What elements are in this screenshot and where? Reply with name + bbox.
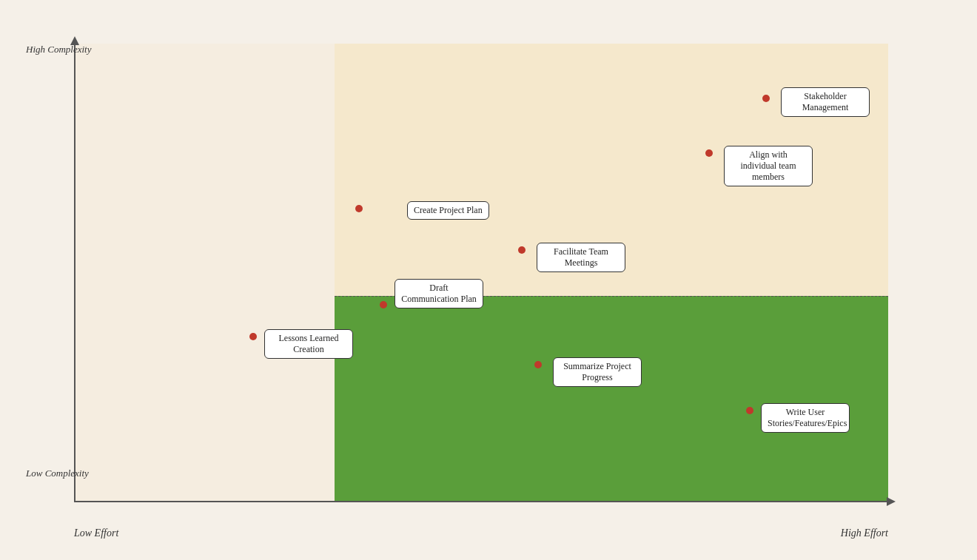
label-facilitate: Facilitate Team Meetings — [537, 243, 625, 272]
label-user-stories: Write User Stories/Features/Epics — [761, 403, 850, 433]
x-axis-arrow — [887, 497, 896, 506]
label-align: Align with individual team members — [724, 146, 813, 186]
label-x-high: High Effort — [841, 527, 888, 539]
dot-draft-comm — [380, 301, 387, 308]
x-axis — [74, 501, 888, 502]
zone-top-left — [74, 44, 335, 296]
label-draft-comm: Draft Communication Plan — [395, 279, 483, 308]
dot-summarize — [534, 361, 542, 368]
dot-align — [705, 149, 713, 157]
chart-container: Human AI Low Effort High Effort High Com… — [15, 14, 962, 547]
label-x-low: Low Effort — [74, 527, 118, 539]
label-create-plan: Create Project Plan — [407, 201, 489, 220]
label-lessons: Lessons Learned Creation — [264, 329, 353, 359]
label-y-high: High Complexity — [26, 44, 91, 56]
y-axis — [74, 44, 75, 502]
zone-bottom-right — [335, 296, 888, 502]
dot-create-plan — [355, 205, 363, 212]
dot-user-stories — [746, 407, 753, 414]
label-summarize: Summarize Project Progress — [553, 357, 642, 387]
zone-bottom-left — [74, 296, 335, 502]
dot-stakeholder — [762, 95, 770, 102]
dot-lessons — [249, 333, 257, 340]
dot-facilitate — [518, 246, 526, 254]
label-y-low: Low Complexity — [26, 468, 89, 480]
chart-area: Low Effort High Effort High Complexity L… — [74, 44, 888, 502]
label-stakeholder: Stakeholder Management — [781, 87, 870, 117]
